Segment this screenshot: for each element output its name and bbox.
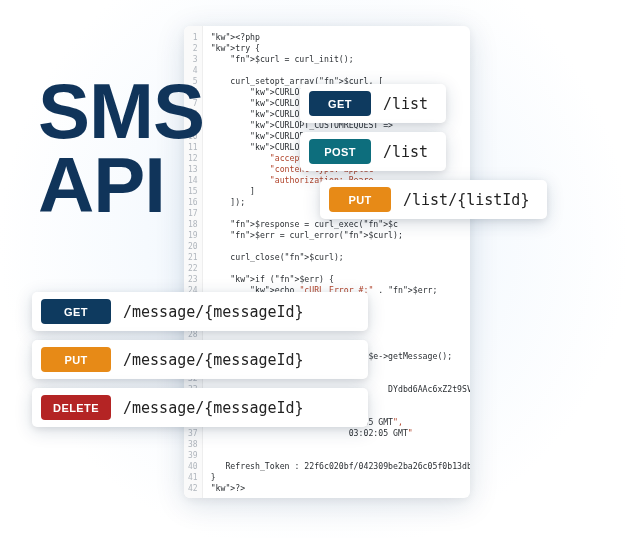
endpoint-get-message[interactable]: GET /message/{messageId} bbox=[32, 292, 368, 331]
endpoint-path: /list bbox=[383, 143, 432, 161]
method-badge-post: POST bbox=[309, 139, 371, 164]
method-badge-put: PUT bbox=[41, 347, 111, 372]
method-badge-get: GET bbox=[309, 91, 371, 116]
endpoint-delete-message[interactable]: DELETE /message/{messageId} bbox=[32, 388, 368, 427]
endpoint-path: /list/{listId} bbox=[403, 191, 533, 209]
method-badge-delete: DELETE bbox=[41, 395, 111, 420]
endpoint-put-message[interactable]: PUT /message/{messageId} bbox=[32, 340, 368, 379]
endpoint-path: /message/{messageId} bbox=[123, 303, 308, 321]
endpoint-get-list[interactable]: GET /list bbox=[300, 84, 446, 123]
title-line-2: API bbox=[38, 148, 204, 222]
code-gutter: 1234567891011121314151617181920212223242… bbox=[184, 26, 203, 498]
endpoint-post-list[interactable]: POST /list bbox=[300, 132, 446, 171]
method-badge-put: PUT bbox=[329, 187, 391, 212]
endpoint-path: /message/{messageId} bbox=[123, 399, 308, 417]
title-line-1: SMS bbox=[38, 74, 204, 148]
endpoint-path: /message/{messageId} bbox=[123, 351, 308, 369]
method-badge-get: GET bbox=[41, 299, 111, 324]
endpoint-put-list[interactable]: PUT /list/{listId} bbox=[320, 180, 547, 219]
endpoint-path: /list bbox=[383, 95, 432, 113]
page-title: SMS API bbox=[38, 74, 204, 222]
